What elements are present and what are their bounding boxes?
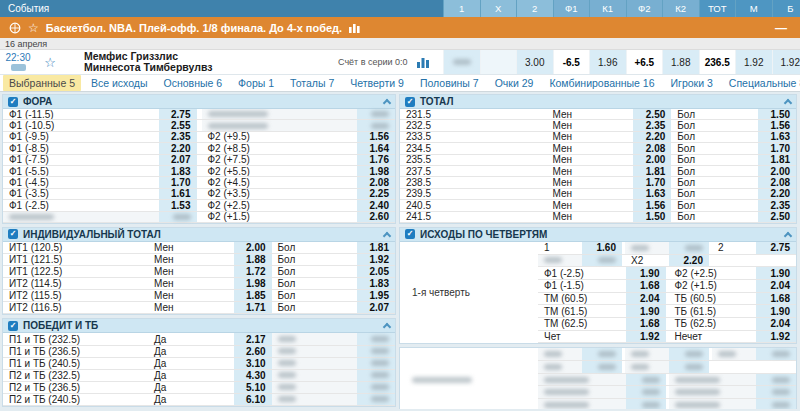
odds-cell-blurred[interactable] — [357, 382, 395, 393]
odds-cell[interactable]: 2.25 — [357, 189, 395, 199]
odds-cell[interactable]: 1.98 — [357, 166, 395, 176]
section-handicap-header[interactable]: ✓ ФОРА — [3, 95, 395, 109]
tab-totals[interactable]: Тоталы 7 — [282, 75, 342, 91]
odds-cell[interactable]: 1.70 — [159, 177, 197, 187]
odds-cell[interactable]: 1.63 — [633, 189, 671, 199]
odds-cell[interactable]: 1.71 — [234, 302, 272, 313]
tab-main[interactable]: Основные 6 — [156, 75, 231, 91]
chevron-up-icon[interactable] — [784, 99, 792, 107]
odds-cell[interactable]: 2.00 — [758, 166, 796, 176]
odds-cell[interactable]: 1.92 — [756, 331, 796, 343]
odds-cell[interactable]: 2.08 — [357, 177, 395, 187]
odds-cell[interactable]: 2.60 — [234, 346, 272, 357]
odds-cell[interactable]: 2.20 — [669, 255, 709, 267]
odds-cell-blurred[interactable] — [357, 120, 395, 130]
checkbox-checked-icon[interactable]: ✓ — [405, 229, 415, 239]
odds-cell-blurred[interactable] — [357, 358, 395, 369]
tab-all-markets[interactable]: Все исходы — [83, 75, 156, 91]
odds-cell-blurred[interactable] — [669, 242, 709, 254]
section-quarter-outcomes-header[interactable]: ✓ ИСХОДЫ ПО ЧЕТВЕРТЯМ — [400, 228, 796, 242]
odds-cell-blurred[interactable] — [357, 109, 395, 119]
odds-cell[interactable]: 1.63 — [758, 132, 796, 142]
odds-cell[interactable]: 2.50 — [633, 109, 671, 119]
odds-cell[interactable]: 1.90 — [756, 267, 796, 279]
odds-cell[interactable]: 5.10 — [234, 382, 272, 393]
odds-cell[interactable]: 4.30 — [234, 370, 272, 381]
odds-cell[interactable]: 1.83 — [357, 278, 395, 289]
tab-quarters[interactable]: Четверти 9 — [342, 75, 412, 91]
odds-handicap2[interactable]: 1.88 — [662, 50, 699, 74]
odds-cell[interactable]: 2.75 — [159, 109, 197, 119]
odds-cell[interactable]: 2.08 — [633, 143, 671, 153]
odds-cell[interactable]: 2.07 — [159, 155, 197, 165]
odds-cell[interactable]: 1.90 — [626, 305, 666, 317]
odds-cell[interactable]: 2.20 — [159, 143, 197, 153]
tab-special[interactable]: Специальные 8 — [721, 75, 800, 91]
odds-cell[interactable]: 2.40 — [357, 200, 395, 210]
odds-cell[interactable]: 1.92 — [626, 331, 666, 343]
tab-points[interactable]: Очки 29 — [487, 75, 542, 91]
odds-cell[interactable]: 1.68 — [756, 293, 796, 305]
odds-cell[interactable]: 2.20 — [758, 189, 796, 199]
odds-cell-blurred[interactable] — [582, 255, 622, 267]
odds-cell[interactable]: 2.20 — [633, 132, 671, 142]
odds-cell[interactable]: 6.10 — [234, 394, 272, 405]
odds-cell[interactable]: 2.05 — [357, 266, 395, 277]
odds-cell-blurred[interactable] — [357, 394, 395, 405]
odds-cell[interactable]: 2.04 — [756, 318, 796, 330]
odds-cell[interactable]: 2.75 — [756, 242, 796, 254]
chevron-up-icon[interactable] — [383, 323, 391, 331]
match-teams[interactable]: Мемфис Гриззлис Миннесота Тимбервулвз — [64, 51, 294, 74]
match-stats-icon[interactable] — [417, 57, 443, 68]
odds-p1-blurred[interactable] — [443, 50, 480, 74]
odds-cell[interactable]: 1.64 — [357, 143, 395, 153]
section-win-and-total-header[interactable]: ✓ ПОБЕДИТ И ТБ — [3, 319, 395, 333]
odds-cell[interactable]: 1.68 — [626, 280, 666, 292]
odds-cell[interactable]: 1.50 — [633, 212, 671, 222]
odds-under[interactable]: 1.92 — [735, 50, 772, 74]
odds-cell[interactable]: 1.56 — [633, 200, 671, 210]
odds-cell[interactable]: 1.81 — [758, 155, 796, 165]
odds-cell[interactable]: 3.10 — [234, 358, 272, 369]
odds-cell[interactable]: 2.60 — [357, 212, 395, 222]
odds-cell[interactable]: 1.53 — [159, 200, 197, 210]
chevron-up-icon[interactable] — [383, 232, 391, 240]
tab-selected[interactable]: Выбранные 5 — [3, 75, 81, 91]
odds-cell[interactable]: 1.56 — [758, 120, 796, 130]
league-title[interactable]: Баскетбол. NBA. Плей-офф. 1/8 финала. До… — [46, 22, 342, 34]
odds-cell[interactable]: 2.08 — [758, 177, 796, 187]
odds-cell[interactable]: 1.81 — [357, 242, 395, 253]
odds-cell[interactable]: 1.60 — [582, 242, 622, 254]
odds-cell[interactable]: 1.95 — [357, 290, 395, 301]
chevron-up-icon[interactable] — [383, 99, 391, 107]
odds-cell[interactable]: 1.61 — [159, 189, 197, 199]
odds-cell[interactable]: 2.04 — [756, 280, 796, 292]
league-stats-icon[interactable] — [349, 23, 360, 33]
odds-cell[interactable]: 2.07 — [357, 302, 395, 313]
odds-cell[interactable]: 1.76 — [357, 155, 395, 165]
odds-handicap1[interactable]: 1.96 — [589, 50, 626, 74]
odds-cell[interactable]: 2.35 — [633, 120, 671, 130]
collapse-league-button[interactable]: — — [775, 21, 791, 35]
tab-players[interactable]: Игроки 3 — [663, 75, 721, 91]
odds-cell[interactable]: 2.17 — [234, 333, 272, 344]
odds-cell-blurred[interactable] — [357, 346, 395, 357]
odds-cell[interactable]: 2.00 — [234, 242, 272, 253]
odds-cell[interactable]: 1.85 — [234, 290, 272, 301]
odds-cell[interactable]: 2.00 — [633, 155, 671, 165]
odds-cell-blurred[interactable] — [357, 333, 395, 344]
odds-cell[interactable]: 2.35 — [159, 132, 197, 142]
odds-cell[interactable]: 1.92 — [357, 254, 395, 265]
odds-cell[interactable]: 1.70 — [633, 177, 671, 187]
tab-handicaps[interactable]: Форы 1 — [230, 75, 282, 91]
tab-combined[interactable]: Комбинированные 16 — [541, 75, 662, 91]
odds-cell[interactable]: 1.68 — [626, 318, 666, 330]
odds-cell[interactable]: 1.50 — [758, 109, 796, 119]
odds-cell[interactable]: 1.90 — [626, 267, 666, 279]
favorite-league-star-icon[interactable]: ☆ — [28, 22, 39, 34]
chevron-up-icon[interactable] — [784, 232, 792, 240]
odds-cell-blurred[interactable] — [159, 212, 197, 222]
odds-cell[interactable]: 2.35 — [758, 200, 796, 210]
odds-cell[interactable]: 2.50 — [758, 212, 796, 222]
odds-cell[interactable]: 1.90 — [756, 305, 796, 317]
